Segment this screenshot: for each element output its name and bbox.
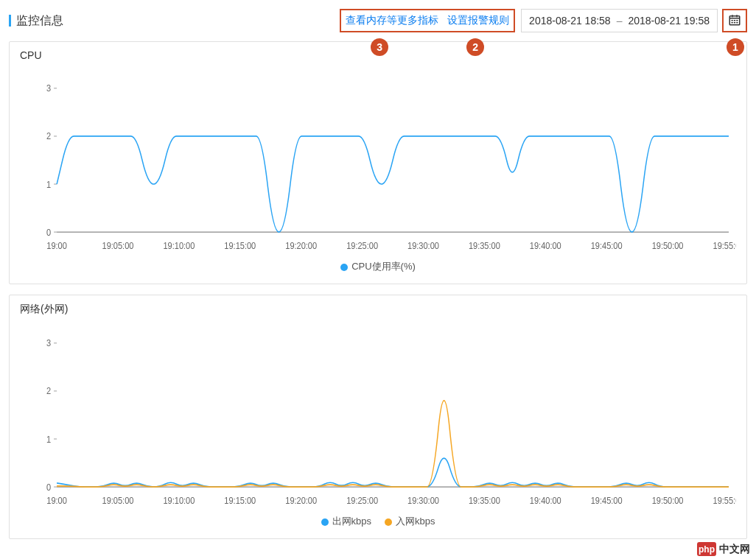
svg-text:3: 3: [46, 83, 52, 94]
svg-rect-6: [736, 20, 738, 21]
title-text: 监控信息: [16, 13, 63, 29]
svg-text:19:05:00: 19:05:00: [102, 495, 134, 505]
legend-dot-icon: [321, 518, 329, 526]
watermark-badge: php: [697, 542, 716, 549]
date-end: 2018-08-21 19:58: [628, 15, 710, 27]
svg-text:19:00: 19:00: [46, 240, 67, 250]
network-chart: 012319:0019:05:0019:10:0019:15:0019:20:0…: [20, 320, 736, 512]
svg-text:0: 0: [46, 227, 52, 237]
svg-text:19:00: 19:00: [46, 495, 67, 505]
svg-text:19:55:00: 19:55:00: [713, 240, 736, 250]
svg-rect-5: [734, 20, 735, 21]
svg-text:19:45:00: 19:45:00: [591, 495, 623, 505]
cpu-legend-item: CPU使用率(%): [340, 260, 416, 273]
svg-text:19:30:00: 19:30:00: [407, 240, 439, 250]
svg-text:19:15:00: 19:15:00: [224, 495, 256, 505]
svg-rect-8: [734, 22, 735, 24]
network-panel-title: 网络(外网): [20, 303, 736, 316]
svg-text:19:40:00: 19:40:00: [530, 240, 561, 250]
svg-text:19:45:00: 19:45:00: [591, 240, 623, 250]
calendar-button[interactable]: 1: [722, 9, 747, 32]
svg-rect-9: [736, 22, 738, 24]
svg-text:19:50:00: 19:50:00: [652, 240, 684, 250]
svg-text:3: 3: [46, 338, 52, 348]
svg-text:19:35:00: 19:35:00: [469, 495, 500, 505]
svg-text:19:20:00: 19:20:00: [285, 495, 317, 505]
svg-text:19:30:00: 19:30:00: [407, 495, 439, 505]
net-legend-out: 出网kbps: [321, 515, 371, 528]
title-accent: [9, 15, 11, 27]
link-more-metrics[interactable]: 查看内存等更多指标: [341, 10, 443, 31]
date-start: 2018-08-21 18:58: [529, 15, 611, 27]
link-alarm-rules[interactable]: 设置报警规则: [443, 10, 514, 31]
network-panel: 网络(外网) 012319:0019:05:0019:10:0019:15:00…: [9, 295, 747, 539]
page-title: 监控信息: [9, 13, 63, 29]
watermark-text: 中文网: [719, 543, 750, 550]
legend-dot-icon: [340, 264, 348, 271]
legend-dot-icon: [385, 518, 392, 526]
svg-rect-7: [732, 22, 733, 24]
date-sep: –: [617, 15, 623, 27]
svg-text:1: 1: [46, 179, 51, 189]
network-legend: 出网kbps 入网kbps: [20, 512, 736, 531]
svg-text:0: 0: [46, 482, 52, 492]
svg-text:19:15:00: 19:15:00: [224, 240, 256, 250]
watermark: php 中文网: [697, 542, 750, 549]
svg-text:19:35:00: 19:35:00: [469, 240, 500, 250]
annotation-badge-2: 2: [466, 38, 484, 56]
cpu-panel: CPU 012319:0019:05:0019:10:0019:15:0019:…: [9, 41, 747, 284]
header-links-box: 查看内存等更多指标 设置报警规则 3 2: [340, 9, 515, 32]
svg-text:19:10:00: 19:10:00: [163, 495, 195, 505]
svg-text:19:55:00: 19:55:00: [713, 495, 736, 505]
svg-text:19:25:00: 19:25:00: [346, 495, 378, 505]
date-range-picker[interactable]: 2018-08-21 18:58 – 2018-08-21 19:58: [521, 9, 718, 32]
cpu-legend: CPU使用率(%): [20, 257, 736, 276]
svg-text:19:05:00: 19:05:00: [102, 240, 134, 250]
svg-text:19:10:00: 19:10:00: [163, 240, 195, 250]
annotation-badge-3: 3: [371, 38, 388, 56]
svg-text:1: 1: [46, 434, 51, 444]
svg-text:19:20:00: 19:20:00: [285, 240, 317, 250]
svg-text:2: 2: [46, 386, 51, 396]
net-legend-in: 入网kbps: [385, 515, 435, 528]
svg-text:2: 2: [46, 131, 51, 141]
svg-text:19:50:00: 19:50:00: [652, 495, 684, 505]
svg-rect-4: [732, 20, 733, 21]
svg-text:19:25:00: 19:25:00: [346, 240, 378, 250]
calendar-icon: [728, 13, 741, 29]
cpu-chart: 012319:0019:05:0019:10:0019:15:0019:20:0…: [20, 66, 736, 257]
header: 监控信息 查看内存等更多指标 设置报警规则 3 2 2018-08-21 18:…: [9, 7, 747, 34]
svg-text:19:40:00: 19:40:00: [530, 495, 561, 505]
annotation-badge-1: 1: [727, 38, 744, 56]
